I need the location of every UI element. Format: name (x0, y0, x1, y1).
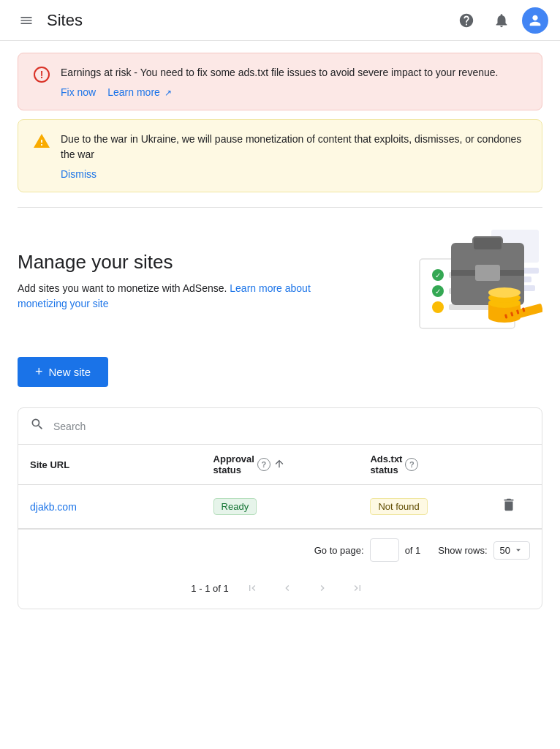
warning-alert-content: Due to the war in Ukraine, we will pause… (61, 132, 527, 180)
learn-more-link[interactable]: Learn more ↗ (107, 86, 171, 98)
error-alert-links: Fix now Learn more ↗ (61, 86, 498, 98)
col-actions (489, 445, 542, 485)
rows-value: 50 (500, 545, 510, 556)
goto-label: Go to page: (314, 545, 364, 556)
svg-rect-18 (475, 265, 500, 281)
error-alert-content: Earnings at risk - You need to fix some … (61, 65, 498, 98)
col-approval-label: Approvalstatus (213, 453, 254, 475)
delete-icon[interactable] (501, 500, 517, 516)
svg-point-13 (432, 301, 444, 313)
site-url-link[interactable]: djakb.com (30, 501, 77, 513)
menu-icon[interactable] (12, 6, 41, 35)
search-bar (18, 408, 542, 445)
cell-approval-status: Ready (202, 485, 359, 529)
col-ads-txt-status: Ads.txtstatus ? (358, 445, 489, 485)
svg-text:✓: ✓ (435, 287, 441, 296)
sites-table-section: Site URL Approvalstatus ? (18, 407, 542, 609)
new-site-label: New site (49, 366, 91, 378)
warning-alert-links: Dismiss (61, 168, 527, 180)
pagination-row: Go to page: of 1 Show rows: 50 (18, 529, 542, 571)
warning-alert: Due to the war in Ukraine, we will pause… (18, 119, 542, 192)
warning-alert-text: Due to the war in Ukraine, we will pause… (61, 132, 527, 162)
first-page-button[interactable] (241, 576, 264, 600)
goto-input[interactable] (370, 538, 399, 562)
table-header-row: Site URL Approvalstatus ? (18, 445, 542, 485)
search-input[interactable] (53, 421, 530, 432)
col-approval-status: Approvalstatus ? (202, 445, 359, 485)
next-page-button[interactable] (311, 576, 334, 600)
cell-site-url: djakb.com (18, 485, 202, 529)
show-rows-label: Show rows: (438, 545, 487, 556)
approval-sort-icon[interactable] (273, 458, 285, 472)
page-title: Sites (47, 11, 452, 30)
warning-alert-icon (33, 132, 50, 154)
manage-illustration: ✓ ✓ (367, 222, 542, 339)
approval-status-badge: Ready (213, 498, 257, 515)
header: Sites (0, 0, 560, 41)
help-icon[interactable] (452, 6, 481, 35)
plus-icon: + (35, 364, 43, 380)
show-rows: Show rows: 50 (438, 541, 530, 560)
svg-rect-16 (473, 237, 502, 250)
section-divider (18, 207, 542, 208)
pagination-goto: Go to page: of 1 (314, 538, 421, 562)
dismiss-link[interactable]: Dismiss (61, 168, 97, 180)
svg-text:✓: ✓ (435, 271, 441, 279)
last-page-button[interactable] (346, 576, 369, 600)
adstxt-status-badge: Not found (370, 498, 427, 515)
external-link-icon: ↗ (164, 88, 172, 98)
search-icon (30, 417, 45, 435)
manage-desc-prefix: Add sites you want to monetize with AdSe… (18, 282, 230, 294)
col-site-url-label: Site URL (30, 459, 69, 470)
approval-help-icon[interactable]: ? (257, 458, 270, 471)
sites-table: Site URL Approvalstatus ? (18, 445, 542, 529)
error-alert: ! Earnings at risk - You need to fix som… (18, 53, 542, 110)
error-alert-icon: ! (33, 66, 50, 88)
header-icons (452, 6, 548, 35)
fix-now-link[interactable]: Fix now (61, 86, 96, 98)
manage-desc: Add sites you want to monetize with AdSe… (18, 281, 311, 312)
new-site-button[interactable]: + New site (18, 357, 108, 387)
avatar[interactable] (522, 7, 548, 34)
main-content: ! Earnings at risk - You need to fix som… (0, 41, 560, 621)
cell-ads-txt-status: Not found (358, 485, 489, 529)
adstxt-help-icon[interactable]: ? (405, 458, 418, 471)
manage-text: Manage your sites Add sites you want to … (18, 251, 311, 312)
svg-text:!: ! (40, 69, 44, 80)
table-row: djakb.com Ready Not found (18, 485, 542, 529)
page-info-row: 1 - 1 of 1 (18, 571, 542, 609)
svg-point-23 (488, 287, 521, 298)
manage-title: Manage your sites (18, 251, 311, 274)
cell-actions (489, 485, 542, 529)
page-count: 1 - 1 of 1 (191, 583, 228, 594)
notifications-icon[interactable] (487, 6, 516, 35)
prev-page-button[interactable] (276, 576, 299, 600)
col-site-url: Site URL (18, 445, 202, 485)
goto-of-label: of 1 (405, 545, 421, 556)
manage-section: Manage your sites Add sites you want to … (18, 222, 542, 339)
rows-select[interactable]: 50 (493, 541, 530, 560)
col-ads-txt-label: Ads.txtstatus (370, 453, 402, 475)
error-alert-text: Earnings at risk - You need to fix some … (61, 65, 498, 80)
